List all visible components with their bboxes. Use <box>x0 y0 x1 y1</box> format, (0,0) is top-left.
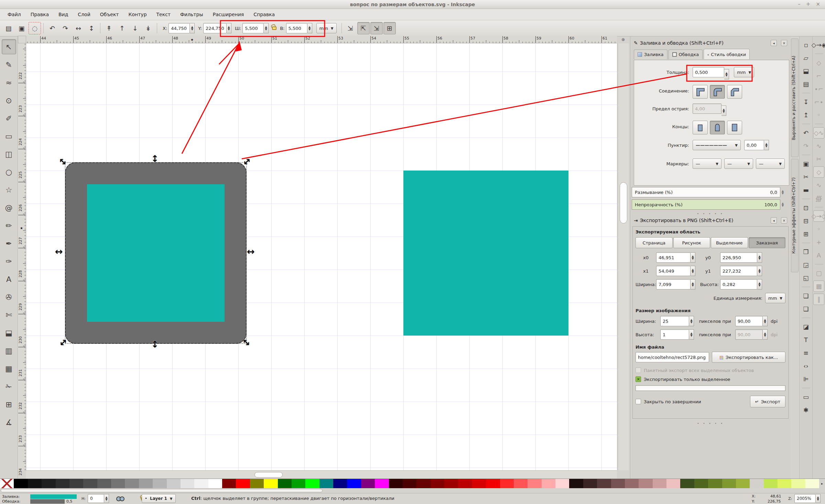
close-button[interactable]: × <box>816 1 820 7</box>
snap-nodes-icon[interactable]: ◇∿ <box>813 127 824 139</box>
scale-gradients-toggle[interactable]: ⇲ <box>370 22 383 34</box>
snap-guides-icon[interactable]: ∥ <box>813 294 824 305</box>
dash-offset-spinner[interactable]: ▲▼ <box>764 140 769 150</box>
palette-scrollbar[interactable] <box>0 488 825 493</box>
dock-close-icon[interactable]: × <box>781 40 787 46</box>
vertical-ruler[interactable]: 222223224225226227228229230231232233234★ <box>18 43 26 470</box>
dropper-tool[interactable]: ✁ <box>2 379 16 394</box>
node-tool[interactable]: ✎ <box>2 57 16 72</box>
palette-swatch[interactable] <box>680 479 694 488</box>
scale-corners-toggle[interactable]: ⇱ <box>357 22 370 34</box>
area-height-spinner[interactable]: ▲▼ <box>757 279 762 289</box>
palette-swatch[interactable] <box>194 479 208 488</box>
join-miter-button[interactable] <box>693 85 708 99</box>
height-spinner[interactable]: ▲▼ <box>307 23 312 33</box>
palette-swatch[interactable] <box>431 479 444 488</box>
vertical-scrollbar[interactable] <box>618 43 629 470</box>
palette-swatch[interactable] <box>375 479 389 488</box>
x-field[interactable]: 44,750 <box>169 23 190 33</box>
export-area-Страница[interactable]: Страница <box>636 237 673 248</box>
y1-field[interactable]: 227,232 <box>720 266 757 276</box>
flip-vertical-icon[interactable]: ↕ <box>85 22 98 34</box>
palette-swatch[interactable] <box>83 479 97 488</box>
y-spinner[interactable]: ▲▼ <box>227 23 231 33</box>
export-area-Заказная[interactable]: Заказная <box>749 237 786 248</box>
layer-visibility-icon[interactable] <box>116 496 124 501</box>
calligraphy-tool[interactable]: ✑ <box>2 254 16 269</box>
group-icon[interactable]: ❏ <box>801 290 812 302</box>
palette-swatch[interactable] <box>583 479 597 488</box>
snap-others-icon[interactable]: ◇→◇ <box>813 210 824 222</box>
spiral-tool[interactable]: @ <box>2 200 16 215</box>
area-height-field[interactable]: 0,282 <box>720 279 757 289</box>
plain-teal-square[interactable] <box>403 171 568 336</box>
raise-to-top-icon[interactable]: ↟ <box>103 22 115 34</box>
snap-smooth-nodes-icon[interactable]: ∿ <box>813 179 824 191</box>
menu-Объект[interactable]: Объект <box>96 10 123 19</box>
vertical-scrollbar-thumb[interactable] <box>620 182 627 223</box>
stroke-width-field[interactable]: 0,500 <box>693 67 724 77</box>
unit-dropdown[interactable]: mm▼ <box>316 23 337 33</box>
ungroup-icon[interactable]: ❏ <box>801 303 812 315</box>
palette-swatch[interactable] <box>319 479 333 488</box>
align-distribute-tab[interactable]: Выровнять и расставить (Shift+Ctrl+A) <box>791 39 799 157</box>
tab-stroke-style[interactable]: ⹀Стиль обводки <box>704 49 750 59</box>
zoom-drawing-icon[interactable]: ⊟ <box>801 215 812 227</box>
img-width-field[interactable]: 25 <box>660 316 689 326</box>
palette-swatch[interactable] <box>778 479 791 488</box>
area-width-field[interactable]: 7,099 <box>656 279 691 289</box>
marker-end-dropdown[interactable]: —▼ <box>756 158 785 169</box>
palette-swatch[interactable] <box>458 479 472 488</box>
menu-Расширения[interactable]: Расширения <box>208 10 248 19</box>
xml-editor-icon[interactable]: ‹› <box>801 360 812 372</box>
palette-swatch[interactable] <box>125 479 139 488</box>
scale-stroke-toggle[interactable]: ⇲ <box>344 22 357 34</box>
snap-page-border-icon[interactable]: ▢ <box>813 267 824 279</box>
x0-field[interactable]: 46,951 <box>656 252 691 263</box>
x-spinner[interactable]: ▲▼ <box>190 23 195 33</box>
palette-swatch[interactable] <box>625 479 639 488</box>
snap-rotation-center-icon[interactable]: + <box>813 237 824 248</box>
snap-line-mid-icon[interactable]: ∰ <box>813 193 824 204</box>
maximize-button[interactable]: + <box>806 1 811 7</box>
box3d-tool[interactable]: ◫ <box>2 146 16 162</box>
dock-collapse-icon[interactable]: ◂ <box>771 40 777 46</box>
select-all-layers-icon[interactable]: ▣ <box>15 22 28 34</box>
handle-bottom-center[interactable]: ↕ <box>151 340 159 349</box>
undo-icon[interactable]: ↶ <box>801 127 812 139</box>
print-icon[interactable]: ▤ <box>801 78 812 90</box>
sticky-zoom-icon[interactable]: ⊕ <box>619 36 627 43</box>
stroke-color-swatch[interactable] <box>30 499 65 504</box>
cap-butt-button[interactable] <box>693 121 708 134</box>
ellipse-tool[interactable]: ○ <box>2 164 16 179</box>
palette-swatch[interactable] <box>500 479 514 488</box>
export-area-Рисунок[interactable]: Рисунок <box>673 237 710 248</box>
horizontal-ruler[interactable]: 444546474849505152535455565758596061★ <box>26 36 617 43</box>
only-selected-checkbox[interactable]: ✕ <box>636 376 641 382</box>
palette-scroll-arrow-icon[interactable]: ▸ <box>819 479 825 488</box>
area-width-spinner[interactable]: ▲▼ <box>691 279 695 289</box>
minimize-button[interactable]: – <box>798 1 801 7</box>
dash-pattern-dropdown[interactable]: ———————▼ <box>693 140 741 150</box>
menu-Контур[interactable]: Контур <box>124 10 151 19</box>
select-tool[interactable]: ↖ <box>2 39 16 54</box>
export-as-button[interactable]: ▤ Экспортировать как... <box>712 352 785 363</box>
menu-Слой[interactable]: Слой <box>74 10 94 19</box>
menu-Справка[interactable]: Справка <box>249 10 279 19</box>
dock-collapse-icon[interactable]: ◂ <box>771 217 777 223</box>
palette-swatch[interactable] <box>736 479 750 488</box>
pencil-tool[interactable]: ✏ <box>2 218 16 233</box>
canvas[interactable]: ↔↕↔↔↔↔↕↔ <box>26 43 617 470</box>
stroke-unit-dropdown[interactable]: mm▼ <box>734 67 754 77</box>
save-document-icon[interactable]: ⬓ <box>801 65 812 77</box>
img-height-field[interactable]: 1 <box>660 329 689 340</box>
palette-swatch[interactable] <box>666 479 680 488</box>
marker-mid-dropdown[interactable]: —▼ <box>724 158 753 169</box>
rectangle-tool[interactable]: ▭ <box>2 129 16 144</box>
y0-field[interactable]: 226,950 <box>720 252 757 263</box>
palette-swatch[interactable] <box>250 479 264 488</box>
palette-swatch[interactable] <box>722 479 736 488</box>
tab-stroke-paint[interactable]: Обводка <box>669 50 703 59</box>
flip-horizontal-icon[interactable]: ↔ <box>72 22 85 34</box>
rotate-ccw-icon[interactable]: ↶ <box>46 22 58 34</box>
